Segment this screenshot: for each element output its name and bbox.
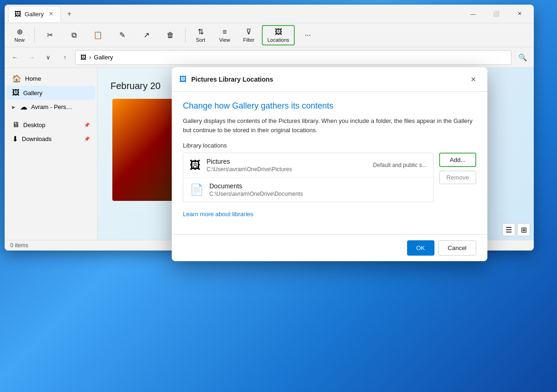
- documents-info: Documents C:\Users\avram\OneDrive\Docume…: [209, 182, 427, 197]
- dialog-description: Gallery displays the contents of the Pic…: [183, 116, 476, 135]
- add-button[interactable]: Add...: [439, 153, 476, 167]
- toolbar-separator-1: [34, 28, 35, 43]
- more-icon: ···: [304, 31, 311, 39]
- dialog-footer: OK Cancel: [172, 234, 487, 261]
- sidebar: 🏠 Home 🖼 Gallery ▶ ☁ Avram - Persona 🖥 D…: [5, 68, 97, 240]
- dialog-close-button[interactable]: ✕: [467, 73, 480, 86]
- dialog-titlebar: 🖼 Pictures Library Locations ✕: [172, 67, 487, 92]
- documents-name: Documents: [209, 182, 427, 190]
- location-item-documents[interactable]: 📄 Documents C:\Users\avram\OneDrive\Docu…: [183, 178, 433, 202]
- dialog-title-icon: 🖼: [179, 75, 187, 84]
- path-separator: ›: [89, 54, 91, 61]
- sidebar-item-downloads[interactable]: ⬇ Downloads 📌: [6, 132, 95, 146]
- tab-close-button[interactable]: ✕: [47, 10, 55, 18]
- filter-label: Filter: [243, 37, 254, 43]
- documents-icon: 📄: [190, 183, 204, 196]
- desktop-pin: 📌: [84, 122, 90, 128]
- up-button[interactable]: ↑: [58, 51, 71, 64]
- maximize-button[interactable]: ⬜: [486, 6, 507, 21]
- cut-button[interactable]: ✂: [39, 25, 61, 45]
- location-item-pictures[interactable]: 🖼 Pictures C:\Users\avram\OneDrive\Pictu…: [183, 153, 433, 178]
- desktop-icon: 🖥: [12, 121, 19, 129]
- delete-button[interactable]: 🗑: [159, 25, 181, 45]
- locations-label: Locations: [267, 37, 289, 43]
- sidebar-item-gallery[interactable]: 🖼 Gallery: [6, 86, 95, 100]
- pictures-info: Pictures C:\Users\avram\OneDrive\Picture…: [207, 158, 368, 173]
- expand-icon: ▶: [12, 105, 15, 109]
- expand-button[interactable]: ∨: [42, 51, 55, 64]
- paste-icon: 📋: [93, 31, 103, 39]
- view-icon: ≡: [222, 28, 227, 36]
- close-button[interactable]: ✕: [509, 6, 530, 21]
- locations-button[interactable]: 🖼 Locations: [262, 25, 295, 45]
- view-toggle: ☰ ⊞: [502, 223, 530, 236]
- documents-path: C:\Users\avram\OneDrive\Documents: [209, 191, 427, 197]
- copy-button[interactable]: ⧉: [63, 25, 85, 45]
- tab-icon: 🖼: [14, 10, 21, 18]
- new-icon: ⊕: [17, 27, 23, 36]
- dialog-side-actions: Add... Remove: [439, 153, 476, 184]
- downloads-label: Downloads: [22, 135, 52, 142]
- sidebar-item-home[interactable]: 🏠 Home: [6, 71, 95, 86]
- locations-list: 🖼 Pictures C:\Users\avram\OneDrive\Pictu…: [183, 153, 434, 202]
- cancel-button[interactable]: Cancel: [438, 240, 476, 256]
- view-label: View: [219, 37, 230, 43]
- explorer-tab[interactable]: 🖼 Gallery ✕: [8, 6, 61, 22]
- dialog-title-text: Pictures Library Locations: [191, 76, 462, 83]
- paste-button[interactable]: 📋: [87, 25, 109, 45]
- list-view-button[interactable]: ☰: [502, 223, 515, 236]
- new-button[interactable]: ⊕ New: [8, 25, 31, 45]
- cloud-label: Avram - Persona: [31, 103, 73, 110]
- home-label: Home: [25, 75, 41, 82]
- gallery-icon: 🖼: [12, 89, 19, 97]
- pictures-icon: 🖼: [190, 159, 201, 172]
- toolbar: ⊕ New ✂ ⧉ 📋 ✎ ↗ 🗑 ⇅ Sort ≡ View: [5, 23, 534, 47]
- title-bar: 🖼 Gallery ✕ + — ⬜ ✕: [5, 5, 534, 23]
- address-path[interactable]: 🖼 › Gallery: [75, 50, 512, 65]
- gallery-label: Gallery: [23, 90, 42, 96]
- pictures-name: Pictures: [207, 158, 368, 165]
- more-button[interactable]: ···: [297, 25, 319, 45]
- copy-icon: ⧉: [71, 31, 77, 39]
- rename-icon: ✎: [119, 31, 125, 39]
- view-button[interactable]: ≡ View: [214, 25, 236, 45]
- new-tab-button[interactable]: +: [63, 7, 76, 20]
- pictures-tag: Default and public s...: [373, 162, 427, 168]
- sort-button[interactable]: ⇅ Sort: [189, 25, 212, 45]
- search-button[interactable]: 🔍: [515, 50, 530, 65]
- dialog-section-label: Library locations: [183, 142, 476, 149]
- tab-title: Gallery: [25, 11, 44, 18]
- share-button[interactable]: ↗: [135, 25, 157, 45]
- path-icon: 🖼: [80, 54, 86, 61]
- cloud-icon: ☁: [20, 103, 27, 111]
- share-icon: ↗: [143, 31, 149, 39]
- locations-container: 🖼 Pictures C:\Users\avram\OneDrive\Pictu…: [183, 153, 476, 202]
- downloads-icon: ⬇: [12, 135, 18, 143]
- rename-button[interactable]: ✎: [111, 25, 133, 45]
- minimize-button[interactable]: —: [462, 6, 484, 21]
- library-locations-dialog: 🖼 Pictures Library Locations ✕ Change ho…: [172, 67, 487, 261]
- path-text: Gallery: [94, 54, 113, 61]
- filter-icon: ⊽: [246, 27, 252, 36]
- ok-button[interactable]: OK: [407, 240, 434, 256]
- remove-button[interactable]: Remove: [439, 171, 476, 184]
- home-icon: 🏠: [12, 74, 21, 83]
- sort-label: Sort: [196, 37, 205, 43]
- locations-icon: 🖼: [275, 28, 282, 36]
- status-text: 0 items: [10, 242, 28, 249]
- new-label: New: [14, 37, 25, 43]
- address-bar: ← → ∨ ↑ 🖼 › Gallery 🔍: [5, 47, 534, 68]
- sidebar-item-desktop[interactable]: 🖥 Desktop 📌: [6, 118, 95, 132]
- cut-icon: ✂: [47, 31, 53, 39]
- sidebar-item-cloud[interactable]: ▶ ☁ Avram - Persona: [6, 100, 95, 114]
- dialog-heading: Change how Gallery gathers its contents: [183, 101, 476, 111]
- filter-button[interactable]: ⊽ Filter: [238, 25, 260, 45]
- window-controls: — ⬜ ✕: [462, 6, 530, 21]
- back-button[interactable]: ←: [8, 51, 21, 64]
- delete-icon: 🗑: [167, 31, 174, 39]
- forward-button[interactable]: →: [25, 51, 38, 64]
- desktop-label: Desktop: [23, 122, 45, 129]
- learn-more-link[interactable]: Learn more about libraries: [183, 211, 253, 218]
- grid-view-button[interactable]: ⊞: [517, 223, 530, 236]
- sort-icon: ⇅: [198, 27, 204, 36]
